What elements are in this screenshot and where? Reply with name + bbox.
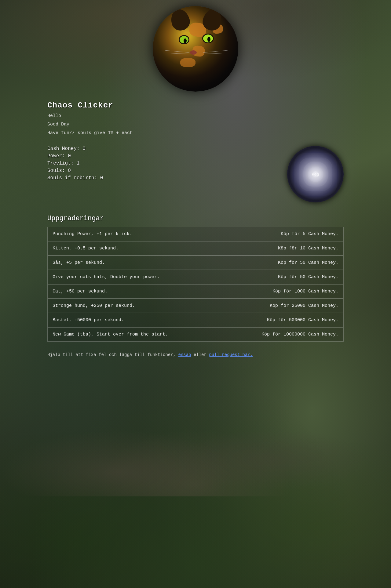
upgrade-item-6[interactable]: Bastet, +50000 per sekund. Köp för 50000…	[47, 313, 344, 327]
upgrade-item-1[interactable]: Kitten, +0.5 per sekund. Köp för 10 Cash…	[47, 241, 344, 256]
upgrade-item-5[interactable]: Stronge hund, +250 per sekund. Köp för 2…	[47, 299, 344, 313]
upgrade-name-6: Bastet, +50000 per sekund.	[53, 318, 261, 323]
upgrade-item-2[interactable]: Sås, +5 per sekund. Köp för 50 Cash Mone…	[47, 256, 344, 270]
footer-link2[interactable]: pull request här.	[209, 352, 253, 357]
cat-image	[153, 6, 238, 92]
upgrade-name-3: Give your cats hats, Double your power.	[53, 274, 272, 280]
upgrade-cost-3: Köp för 50 Cash Money.	[278, 274, 338, 280]
upgrade-name-1: Kitten, +0.5 per sekund.	[53, 246, 272, 251]
upgrade-item-7[interactable]: New Game (tba), Start over from the star…	[47, 327, 344, 342]
cat-eye-right	[202, 34, 214, 43]
footer: Hjälp till att fixa fel och lägga till f…	[47, 352, 344, 357]
stat-trevligt: Trevligt: 1	[47, 161, 281, 166]
stat-power: Power: 0	[47, 153, 281, 159]
upgrade-cost-6: Köp för 500000 Cash Money.	[267, 318, 338, 323]
upgrade-cost-5: Köp för 25000 Cash Money.	[270, 303, 338, 308]
stat-souls: Souls: 0	[47, 168, 281, 173]
upgrade-name-0: Punching Power, +1 per klick.	[53, 231, 275, 237]
intro-line2: Good Day	[47, 121, 344, 128]
upgrade-item-4[interactable]: Cat, +50 per sekund. Köp för 1000 Cash M…	[47, 284, 344, 299]
upgrade-item-3[interactable]: Give your cats hats, Double your power. …	[47, 270, 344, 284]
stat-souls-rebirth: Souls if rebirth: 0	[47, 175, 281, 181]
cat-image-container	[0, 0, 391, 101]
footer-separator: eller	[194, 352, 209, 357]
upgrade-name-4: Cat, +50 per sekund.	[53, 289, 266, 294]
upgrade-cost-2: Köp för 50 Cash Money.	[278, 260, 338, 265]
upgrade-item-0[interactable]: Punching Power, +1 per klick. Köp för 5 …	[47, 227, 344, 241]
upgrades-title: Uppgraderingar	[47, 215, 344, 222]
intro-line1: Hello	[47, 112, 344, 120]
footer-prefix: Hjälp till att fixa fel och lägga till f…	[47, 352, 176, 357]
intro-line3: Have fun// souls give 1% + each	[47, 129, 344, 137]
game-title-block: Chaos Clicker Hello Good Day Have fun// …	[47, 101, 344, 137]
upgrade-name-5: Stronge hund, +250 per sekund.	[53, 303, 264, 308]
upgrade-name-7: New Game (tba), Start over from the star…	[53, 332, 255, 337]
upgrade-cost-1: Köp för 10 Cash Money.	[278, 246, 338, 251]
upgrade-cost-0: Köp för 5 Cash Money.	[281, 231, 338, 237]
upgrade-cost-4: Köp för 1000 Cash Money.	[272, 289, 338, 294]
footer-link1[interactable]: essab	[178, 352, 191, 357]
stats-block: Cash Money: 0 Power: 0 Trevligt: 1 Souls…	[47, 146, 281, 183]
cat-eye-left	[179, 35, 189, 44]
upgrade-name-2: Sås, +5 per sekund.	[53, 260, 272, 265]
upgrade-cost-7: Köp för 10000000 Cash Money.	[261, 332, 338, 337]
stat-cash-money: Cash Money: 0	[47, 146, 281, 151]
clicker-button[interactable]: Pog	[287, 146, 344, 202]
game-title: Chaos Clicker	[47, 101, 344, 110]
stats-clicker-row: Cash Money: 0 Power: 0 Trevligt: 1 Souls…	[47, 146, 344, 202]
upgrades-list: Punching Power, +1 per klick. Köp för 5 …	[47, 227, 344, 342]
clicker-label: Pog	[312, 172, 319, 176]
